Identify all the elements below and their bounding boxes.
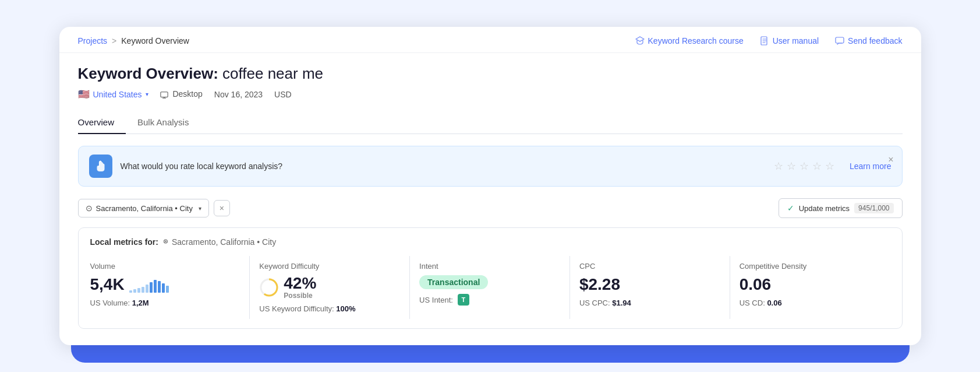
cpc-value: $2.28 <box>579 275 720 294</box>
metric-volume: Volume 5,4K US Volume: 1,2M <box>90 256 250 319</box>
tab-bulk-analysis[interactable]: Bulk Analysis <box>126 111 200 134</box>
cpc-sub: US CPC: $1.94 <box>579 299 720 307</box>
difficulty-value: 42% Possible <box>259 275 400 300</box>
bar-2 <box>137 288 140 293</box>
date-value: Nov 16, 2023 <box>214 90 263 99</box>
bar-9 <box>166 286 169 293</box>
metrics-grid: Volume 5,4K US Volume: 1,2M Keyword Diff… <box>90 256 890 319</box>
star-rating[interactable]: ☆ ☆ ☆ ☆ ☆ <box>774 160 834 173</box>
currency-info: USD <box>274 90 292 99</box>
difficulty-label: Keyword Difficulty <box>259 262 400 271</box>
location-filter[interactable]: ⊙ Sacramento, California • City ▾ <box>78 199 209 217</box>
bar-0 <box>129 290 132 293</box>
tabs: Overview Bulk Analysis <box>78 111 903 134</box>
feedback-text: What would you rate local keyword analys… <box>121 162 759 171</box>
volume-label: Volume <box>90 262 240 271</box>
svg-point-4 <box>165 241 166 242</box>
main-card: Projects > Keyword Overview Keyword Rese… <box>59 27 921 345</box>
star-4[interactable]: ☆ <box>812 160 822 173</box>
update-metrics-label: Update metrics <box>799 204 850 213</box>
bar-7 <box>158 281 161 293</box>
bar-4 <box>146 285 148 293</box>
manual-label: User manual <box>773 36 819 45</box>
cd-value: 0.06 <box>740 275 881 294</box>
keyword-course-link[interactable]: Keyword Research course <box>635 36 744 45</box>
top-links: Keyword Research course User manual Send… <box>635 36 903 45</box>
feedback-icon-box <box>89 155 112 178</box>
difficulty-circle <box>259 278 279 297</box>
title-label: Keyword Overview: <box>78 65 218 82</box>
currency-value: USD <box>274 90 292 99</box>
intent-label: Intent <box>419 262 560 271</box>
filter-row: ⊙ Sacramento, California • City ▾ × ✓ Up… <box>78 198 903 218</box>
course-label: Keyword Research course <box>648 36 744 45</box>
location-filter-value: Sacramento, California • City <box>96 204 193 213</box>
main-content: Keyword Overview: coffee near me 🇺🇸 Unit… <box>59 53 921 345</box>
metric-cpc: CPC $2.28 US CPC: $1.94 <box>570 256 730 319</box>
local-metrics-label: Local metrics for: <box>90 237 158 247</box>
metric-competitive-density: Competitive Density 0.06 US CD: 0.06 <box>730 256 890 319</box>
intent-value: Transactional <box>419 275 560 289</box>
checkmark-icon: ✓ <box>787 203 794 213</box>
bar-8 <box>162 283 165 293</box>
bar-6 <box>154 280 157 293</box>
local-location: Sacramento, California • City <box>162 237 276 247</box>
intent-badge: Transactional <box>419 275 488 289</box>
send-feedback-link[interactable]: Send feedback <box>835 36 902 45</box>
meta-row: 🇺🇸 United States ▾ Desktop Nov 16, 2023 … <box>78 89 903 100</box>
chat-icon <box>835 36 844 45</box>
top-bar: Projects > Keyword Overview Keyword Rese… <box>59 27 921 53</box>
volume-value: 5,4K <box>90 275 240 294</box>
local-metrics-header: Local metrics for: Sacramento, Californi… <box>90 237 890 247</box>
local-metrics-box: Local metrics for: Sacramento, Californi… <box>78 227 903 329</box>
location-pin-icon: ⊙ <box>86 203 93 213</box>
filter-chevron-icon: ▾ <box>199 205 201 212</box>
star-5[interactable]: ☆ <box>825 160 834 173</box>
breadcrumb-current: Keyword Overview <box>121 36 189 45</box>
breadcrumb-projects[interactable]: Projects <box>78 36 108 45</box>
cpc-label: CPC <box>579 262 720 271</box>
cd-sub: US CD: 0.06 <box>740 299 881 307</box>
feedback-banner: What would you rate local keyword analys… <box>78 146 903 187</box>
learn-more-link[interactable]: Learn more <box>850 162 891 171</box>
chevron-down-icon: ▾ <box>146 91 148 97</box>
metric-intent: Intent Transactional US Intent: T <box>410 256 570 319</box>
country-name: United States <box>93 90 142 99</box>
difficulty-sub: US Keyword Difficulty: 100% <box>259 304 400 313</box>
star-2[interactable]: ☆ <box>787 160 796 173</box>
clear-filter-button[interactable]: × <box>214 200 230 216</box>
intent-sub: US Intent: T <box>419 294 560 306</box>
star-1[interactable]: ☆ <box>774 160 783 173</box>
book-icon <box>760 36 769 45</box>
svg-rect-1 <box>836 37 844 43</box>
hand-icon <box>94 159 108 173</box>
country-selector[interactable]: 🇺🇸 United States ▾ <box>78 89 148 100</box>
breadcrumb-separator: > <box>112 36 116 45</box>
breadcrumb: Projects > Keyword Overview <box>78 36 189 45</box>
close-banner-button[interactable]: × <box>888 155 893 165</box>
update-metrics-button[interactable]: ✓ Update metrics 945/1,000 <box>779 198 903 218</box>
desktop-icon <box>160 91 168 99</box>
device-label: Desktop <box>172 89 202 99</box>
feedback-label: Send feedback <box>848 36 902 45</box>
user-manual-link[interactable]: User manual <box>760 36 819 45</box>
star-3[interactable]: ☆ <box>799 160 809 173</box>
volume-sub: US Volume: 1,2M <box>90 299 240 307</box>
svg-rect-2 <box>160 92 167 97</box>
device-info: Desktop <box>160 89 203 99</box>
bar-1 <box>133 289 136 293</box>
graduation-icon <box>635 36 645 45</box>
update-count-badge: 945/1,000 <box>854 203 893 213</box>
bar-5 <box>150 282 153 293</box>
keyword-value: coffee near me <box>222 65 323 82</box>
local-location-value: Sacramento, California • City <box>172 237 276 247</box>
metric-difficulty: Keyword Difficulty 42% Possible <box>250 256 410 319</box>
cd-label: Competitive Density <box>740 262 881 271</box>
date-info: Nov 16, 2023 <box>214 90 263 99</box>
page-title: Keyword Overview: coffee near me <box>78 65 903 83</box>
location-icon <box>162 238 169 246</box>
bar-3 <box>141 287 144 293</box>
flag-icon: 🇺🇸 <box>78 89 90 100</box>
tab-overview[interactable]: Overview <box>78 111 126 134</box>
us-intent-badge: T <box>458 294 469 306</box>
